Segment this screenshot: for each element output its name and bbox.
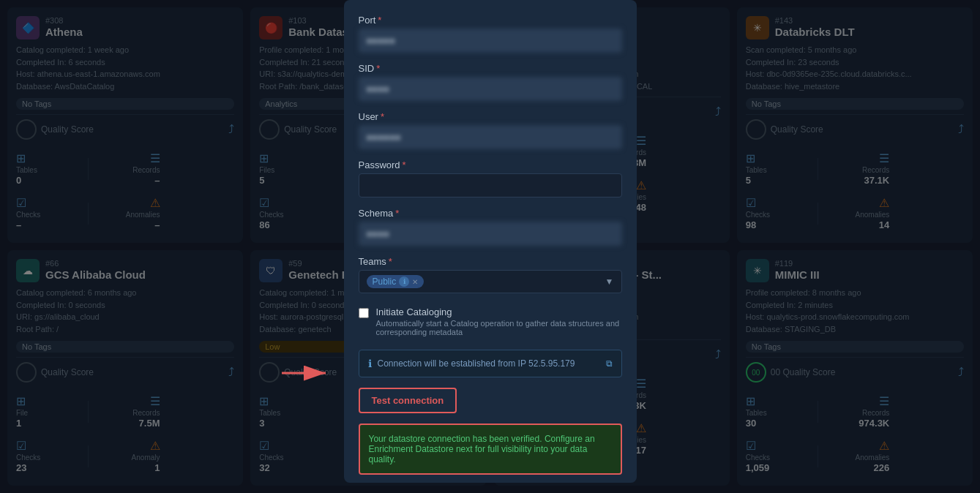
success-banner: Your datastore connection has been verif… [359,424,622,475]
ip-text: Connection will be established from IP 5… [378,358,575,369]
schema-input[interactable] [359,222,622,246]
connection-modal: Port * SID * User * Password * [344,0,637,483]
remove-team-icon[interactable]: ✕ [412,278,418,286]
teams-input-wrapper[interactable]: Public ℹ ✕ ▼ [359,270,622,293]
ip-info-banner: ℹ Connection will be established from IP… [359,350,622,377]
success-text: Your datastore connection has been verif… [369,434,595,464]
password-label: Password * [359,159,622,170]
user-input[interactable] [359,125,622,149]
teams-field: Teams * Public ℹ ✕ ▼ [359,256,622,293]
initiate-cataloging-row: Initiate Cataloging Automatically start … [359,304,622,339]
user-field: User * [359,111,622,149]
port-label: Port * [359,15,622,26]
info-icon: ℹ [368,358,372,369]
initiate-label: Initiate Cataloging [376,306,622,317]
port-input[interactable] [359,29,622,53]
modal-overlay: Port * SID * User * Password * [0,0,980,493]
user-label: User * [359,111,622,122]
schema-label: Schema * [359,208,622,219]
teams-dropdown-arrow: ▼ [605,276,614,287]
team-badge-public: Public ℹ ✕ [367,275,424,288]
initiate-cataloging-checkbox[interactable] [359,308,369,318]
copy-icon[interactable]: ⧉ [606,358,613,369]
teams-label: Teams * [359,256,622,267]
sid-field: SID * [359,63,622,101]
password-input[interactable] [359,173,622,197]
password-field: Password * [359,159,622,197]
sid-input[interactable] [359,77,622,101]
schema-field: Schema * [359,208,622,246]
sid-label: SID * [359,63,622,74]
initiate-subtext: Automatically start a Catalog operation … [376,319,622,336]
port-field: Port * [359,15,622,53]
test-connection-button[interactable]: Test connection [359,388,457,413]
